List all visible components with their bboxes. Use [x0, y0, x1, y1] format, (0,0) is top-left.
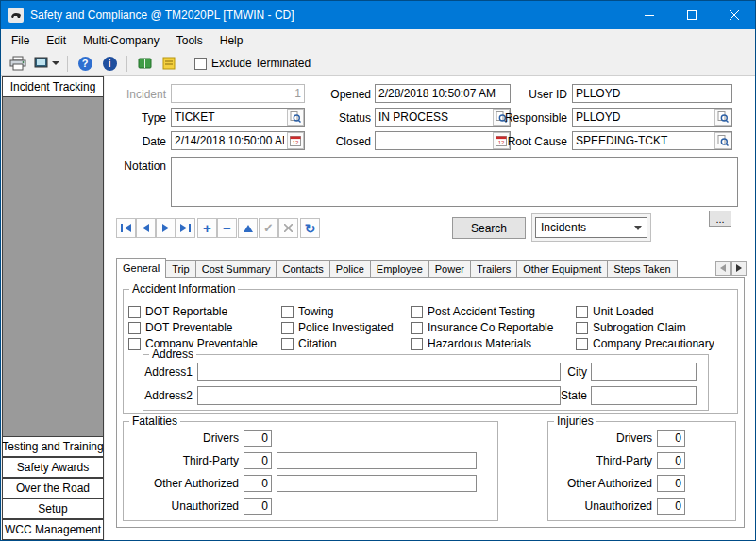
exclude-terminated-checkbox[interactable]: Exclude Terminated	[194, 57, 311, 70]
checkbox-post-accident-testing[interactable]: Post Accident Testing	[411, 305, 535, 318]
fatalities-third-party-detail-field[interactable]	[277, 452, 477, 469]
injuries-other-authorized-field[interactable]	[657, 475, 685, 492]
date-field[interactable]	[171, 131, 305, 150]
root-cause-field[interactable]	[572, 131, 732, 150]
sidebar-item-over-the-road[interactable]: Over the Road	[2, 478, 104, 499]
nav-delete-button[interactable]: −	[217, 218, 237, 238]
status-field[interactable]	[375, 108, 511, 127]
checkbox-towing[interactable]: Towing	[281, 305, 333, 318]
fatalities-unauthorized-field[interactable]	[244, 498, 272, 515]
nav-cancel-button[interactable]	[278, 218, 298, 238]
nav-first-button[interactable]	[116, 218, 136, 238]
tab-other-equipment[interactable]: Other Equipment	[516, 260, 608, 277]
fatalities-drivers-field[interactable]	[244, 430, 272, 447]
fatalities-third-party-field[interactable]	[244, 452, 272, 469]
tab-scroll-right-button[interactable]	[731, 261, 747, 276]
menu-item-edit[interactable]: Edit	[38, 29, 75, 52]
sidebar-item-wcc-management[interactable]: WCC Management	[2, 519, 104, 540]
nav-prev-button[interactable]	[136, 218, 156, 238]
sidebar-item-testing-and-training[interactable]: Testing and Training	[2, 436, 104, 457]
menu-item-help[interactable]: Help	[211, 29, 252, 52]
checkbox-label: DOT Preventable	[145, 321, 233, 334]
tab-power[interactable]: Power	[428, 260, 471, 277]
incident-field	[171, 84, 305, 103]
record-scope-value: Incidents	[541, 221, 586, 234]
nav-add-button[interactable]: +	[197, 218, 217, 238]
minimize-button[interactable]	[628, 1, 670, 29]
checkbox-box	[281, 338, 294, 350]
checkbox-hazardous-materials[interactable]: Hazardous Materials	[411, 337, 531, 350]
close-icon	[730, 10, 739, 20]
tab-cost-summary[interactable]: Cost Summary	[195, 260, 277, 277]
tab-steps-taken[interactable]: Steps Taken	[607, 260, 677, 277]
svg-text:12: 12	[293, 140, 299, 145]
opened-field[interactable]	[375, 84, 511, 103]
checkbox-citation[interactable]: Citation	[281, 337, 337, 350]
date-calendar-button[interactable]: 12	[287, 132, 304, 149]
status-label: Status	[307, 111, 371, 125]
checkbox-dot-preventable[interactable]: DOT Preventable	[128, 321, 233, 334]
address1-label: Address1	[143, 365, 193, 379]
sidebar-item-incident-tracking[interactable]: Incident Tracking	[2, 76, 104, 97]
checkbox-unit-loaded[interactable]: Unit Loaded	[576, 305, 654, 318]
tab-employee[interactable]: Employee	[370, 260, 429, 277]
closed-field[interactable]	[375, 131, 511, 150]
injuries-drivers-field[interactable]	[657, 430, 685, 447]
chevron-left-icon	[720, 264, 726, 272]
print-button[interactable]	[6, 54, 30, 74]
help-button[interactable]: ?	[73, 54, 97, 74]
checkbox-box	[576, 338, 588, 350]
checkbox-box	[128, 338, 141, 350]
menu-item-tools[interactable]: Tools	[168, 29, 211, 52]
menu-item-file[interactable]: File	[3, 29, 38, 52]
responsible-field[interactable]	[572, 108, 732, 127]
checkbox-box	[576, 322, 588, 334]
tab-trip[interactable]: Trip	[165, 260, 196, 277]
fatalities-other-authorized-detail-field[interactable]	[277, 475, 477, 492]
responsible-lookup-button[interactable]	[714, 109, 731, 126]
menu-item-multi-company[interactable]: Multi-Company	[75, 29, 168, 52]
state-field[interactable]	[591, 386, 697, 405]
tab-police[interactable]: Police	[329, 260, 371, 277]
resources-button[interactable]	[132, 54, 157, 74]
notes-button[interactable]	[157, 54, 181, 74]
tab-contacts[interactable]: Contacts	[276, 260, 329, 277]
type-lookup-button[interactable]	[287, 109, 304, 126]
checkbox-insurance-co-reportable[interactable]: Insurance Co Reportable	[411, 321, 553, 334]
accident-information-group: Accident Information DOT Reportable DOT …	[123, 289, 738, 414]
close-button[interactable]	[713, 1, 755, 29]
window-select-button[interactable]	[30, 54, 62, 74]
city-field[interactable]	[591, 363, 697, 381]
address1-field[interactable]	[197, 363, 561, 381]
closed-label: Closed	[307, 135, 371, 148]
type-field[interactable]	[171, 108, 305, 127]
about-button[interactable]: i	[97, 54, 122, 74]
nav-last-button[interactable]	[176, 218, 195, 238]
sidebar-item-setup[interactable]: Setup	[2, 499, 104, 519]
checkbox-subrogation-claim[interactable]: Subrogation Claim	[576, 321, 686, 334]
maximize-button[interactable]	[670, 1, 713, 29]
nav-save-button[interactable]: ✓	[259, 218, 278, 238]
checkbox-dot-reportable[interactable]: DOT Reportable	[128, 305, 227, 318]
record-scope-select[interactable]: Incidents	[535, 217, 647, 238]
search-button[interactable]: Search	[452, 217, 526, 239]
tab-trailers[interactable]: Trailers	[470, 260, 517, 277]
menu-bar: File Edit Multi-Company Tools Help	[1, 29, 755, 52]
more-options-button[interactable]: ...	[709, 211, 731, 227]
nav-refresh-button[interactable]: ↻	[300, 218, 320, 238]
nav-next-button[interactable]	[156, 218, 176, 238]
address2-field[interactable]	[197, 386, 561, 405]
nav-up-button[interactable]	[238, 218, 258, 238]
user-id-field[interactable]	[572, 84, 732, 103]
fatalities-other-authorized-field[interactable]	[244, 475, 272, 492]
injuries-drivers-label: Drivers	[548, 431, 652, 445]
checkbox-company-precautionary[interactable]: Company Precautionary	[576, 337, 714, 350]
checkbox-police-investigated[interactable]: Police Investigated	[281, 321, 394, 334]
injuries-unauthorized-field[interactable]	[657, 498, 685, 515]
sidebar-item-safety-awards[interactable]: Safety Awards	[2, 457, 104, 478]
injuries-third-party-field[interactable]	[657, 452, 685, 469]
tab-general[interactable]: General	[116, 258, 166, 278]
tab-scroll-left-button[interactable]	[715, 261, 731, 276]
root-cause-lookup-button[interactable]	[714, 132, 731, 149]
notation-textarea[interactable]	[171, 157, 738, 207]
